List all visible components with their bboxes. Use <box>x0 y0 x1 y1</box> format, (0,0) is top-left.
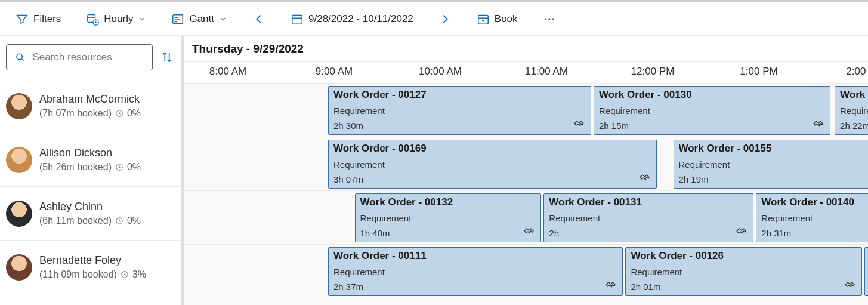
hour-header: 8:00 AM9:00 AM10:00 AM11:00 AM12:00 PM1:… <box>184 62 868 84</box>
booking-title: Work Order - 00111 <box>333 250 617 262</box>
resource-row[interactable]: Ashley Chinn (6h 11m booked) 0% <box>0 187 181 241</box>
resource-row[interactable]: Abraham McCormick (7h 07m booked) 0% <box>0 79 181 133</box>
booking-subtitle: Requirement <box>333 159 651 170</box>
hour-label: 2:00 PM <box>846 66 868 78</box>
resource-booked: (5h 26m booked) <box>39 162 112 172</box>
filters-button[interactable]: Filters <box>12 10 64 28</box>
resource-info: Allison Dickson (5h 26m booked) 0% <box>39 147 141 172</box>
booking-title: Work Order - 00155 <box>679 143 869 155</box>
timeline-row: Work Order - 00127 Requirement 2h 30m Wo… <box>184 84 868 137</box>
booking-title: Work Order - 00131 <box>549 196 748 208</box>
timeline-row: Work Order - 00111 Requirement 2h 37m Wo… <box>184 245 868 298</box>
booking-duration: 2h 22m <box>840 121 868 131</box>
booking-block[interactable]: Work Order - 00141 Requirement 2h 22m <box>835 86 868 135</box>
booking-block[interactable]: Work Order - 00132 Requirement 1h 40m <box>355 193 542 242</box>
handshake-icon <box>812 116 826 131</box>
resource-name: Bernadette Foley <box>39 254 146 267</box>
resource-utilization: 0% <box>127 215 141 226</box>
hour-label: 1:00 PM <box>740 66 777 78</box>
booking-block[interactable]: Work Order - 00155 Requirement 2h 19m <box>674 140 869 189</box>
sort-button[interactable] <box>159 49 175 66</box>
booking-subtitle: Requirement <box>631 267 857 277</box>
search-input[interactable] <box>31 51 144 64</box>
booking-duration: 2h 19m <box>679 174 869 184</box>
date-label: Thursday - 9/29/2022 <box>192 42 304 56</box>
resource-pane: Abraham McCormick (7h 07m booked) 0% All… <box>0 36 184 305</box>
hour-label: 9:00 AM <box>316 66 353 78</box>
timeline-pane: Thursday - 9/29/2022 8:00 AM9:00 AM10:00… <box>184 36 868 305</box>
hour-label: 12:00 PM <box>631 66 675 78</box>
booking-block[interactable]: Work Order - 00145 Requirement 3h 31m <box>864 247 868 296</box>
booking-duration: 2h <box>549 228 748 238</box>
svg-point-6 <box>548 18 550 20</box>
resource-info: Bernadette Foley (11h 09m booked) 3% <box>39 254 146 280</box>
booking-block[interactable]: Work Order - 00140 Requirement 2h 31m <box>756 193 868 242</box>
booking-block[interactable]: Work Order - 00169 Requirement 3h 07m <box>328 140 657 189</box>
booking-title: Work Order - 00132 <box>360 196 536 208</box>
chevron-left-icon <box>252 13 265 26</box>
svg-rect-3 <box>292 15 302 24</box>
timeline-grid: Work Order - 00127 Requirement 2h 30m Wo… <box>184 84 868 298</box>
booking-block[interactable]: Work Order - 00127 Requirement 2h 30m <box>328 86 591 135</box>
booking-block[interactable]: Work Order - 00111 Requirement 2h 37m <box>328 247 623 296</box>
chevron-down-icon <box>219 13 227 26</box>
booking-duration: 2h 31m <box>761 228 868 238</box>
timeline-row: Work Order - 00132 Requirement 1h 40m Wo… <box>184 191 868 245</box>
calendar-icon <box>291 13 304 26</box>
resource-name: Allison Dickson <box>39 147 141 159</box>
booking-subtitle: Requirement <box>360 213 536 223</box>
booking-duration: 2h 37m <box>333 282 617 292</box>
more-button[interactable] <box>539 10 560 28</box>
resource-row[interactable]: Bernadette Foley (11h 09m booked) 3% <box>0 241 181 294</box>
booking-block[interactable]: Work Order - 00126 Requirement 2h 01m <box>625 247 862 296</box>
booking-duration: 2h 01m <box>631 282 857 292</box>
search-icon <box>15 51 25 64</box>
clock-icon <box>115 163 123 171</box>
gantt-icon <box>171 13 184 26</box>
date-next-button[interactable] <box>435 10 455 28</box>
resource-utilization: 0% <box>127 162 141 172</box>
resource-info: Ashley Chinn (6h 11m booked) 0% <box>39 201 141 226</box>
clock-icon <box>115 109 123 118</box>
filter-icon <box>16 13 29 26</box>
resource-row[interactable]: Allison Dickson (5h 26m booked) 0% <box>0 133 181 187</box>
search-box[interactable] <box>6 44 153 70</box>
clock-calendar-icon <box>86 13 99 26</box>
date-header: Thursday - 9/29/2022 <box>184 36 868 62</box>
layout-mode-dropdown[interactable]: Gantt <box>168 10 231 28</box>
search-row <box>0 36 181 79</box>
handshake-icon <box>604 278 619 292</box>
view-mode-label: Hourly <box>104 13 133 25</box>
book-icon <box>477 13 490 26</box>
booking-title: Work Order - 00126 <box>631 250 857 262</box>
booking-block[interactable]: Work Order - 00130 Requirement 2h 15m <box>594 86 830 135</box>
handshake-icon <box>638 170 653 184</box>
booking-title: Work Order - 00169 <box>333 143 651 155</box>
timeline-row: Work Order - 00169 Requirement 3h 07m Wo… <box>184 137 868 191</box>
filters-label: Filters <box>33 13 61 25</box>
hour-label: 11:00 AM <box>525 66 568 78</box>
svg-rect-2 <box>173 14 183 23</box>
avatar <box>6 254 32 281</box>
booking-subtitle: Requirement <box>333 267 617 277</box>
booking-title: Work Order - 00141 <box>840 89 868 101</box>
hour-label: 8:00 AM <box>209 66 246 78</box>
booking-block[interactable]: Work Order - 00131 Requirement 2h <box>543 193 753 242</box>
book-button[interactable]: Book <box>473 10 521 28</box>
resource-booked: (11h 09m booked) <box>39 269 117 280</box>
booking-duration: 3h 07m <box>333 174 651 184</box>
resource-meta: (11h 09m booked) 3% <box>39 269 146 280</box>
date-prev-button[interactable] <box>249 10 269 28</box>
layout-mode-label: Gantt <box>189 13 214 25</box>
view-mode-dropdown[interactable]: Hourly <box>82 10 150 28</box>
chevron-down-icon <box>138 13 146 26</box>
booking-duration: 1h 40m <box>360 228 536 238</box>
resource-utilization: 0% <box>127 108 141 119</box>
booking-duration: 2h 30m <box>333 121 586 131</box>
resource-name: Abraham McCormick <box>39 93 141 106</box>
handshake-icon <box>523 224 537 238</box>
booking-title: Work Order - 00140 <box>761 196 868 208</box>
main: Abraham McCormick (7h 07m booked) 0% All… <box>0 36 868 305</box>
date-range-button[interactable]: 9/28/2022 - 10/11/2022 <box>287 10 417 28</box>
booking-subtitle: Requirement <box>761 213 868 223</box>
